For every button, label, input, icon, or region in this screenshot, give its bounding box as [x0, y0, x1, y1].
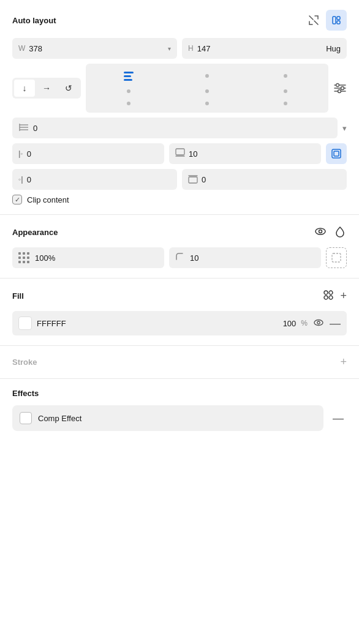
effects-footer: Comp Effect — — [12, 405, 347, 431]
fill-remove-btn[interactable]: — — [330, 317, 341, 330]
align-dot-6 — [127, 102, 130, 105]
fill-section: Fill + FFFFFF 100 % — — [0, 279, 359, 346]
corner-radius-icon — [175, 252, 185, 264]
auto-layout-title: Auto layout — [12, 16, 56, 25]
effect-checkbox-0[interactable] — [20, 412, 32, 424]
width-label: W — [18, 44, 25, 53]
compress-icon[interactable] — [305, 12, 322, 29]
g1 — [18, 252, 21, 255]
svg-point-22 — [324, 291, 328, 294]
align-dot-2 — [284, 74, 287, 78]
height-hug: Hug — [326, 44, 341, 53]
stroke-section: Stroke + — [0, 346, 359, 379]
padding-indiv-btn[interactable] — [326, 143, 347, 164]
alignment-grid[interactable] — [86, 64, 328, 113]
g7 — [18, 261, 21, 263]
align-dot-4 — [205, 89, 209, 93]
eye-icon[interactable] — [314, 225, 327, 240]
height-field[interactable]: H 147 Hug — [182, 38, 347, 59]
svg-rect-1 — [337, 17, 340, 20]
align-dot-8 — [284, 102, 287, 105]
appearance-section: Appearance — [0, 215, 359, 279]
padding-right-field[interactable]: ◦| 0 — [12, 169, 177, 190]
spacing-between-field[interactable]: 0 — [12, 118, 338, 138]
align-dot-3 — [127, 89, 130, 93]
stroke-add-btn[interactable]: + — [340, 356, 347, 369]
sliders-icon[interactable] — [333, 81, 347, 95]
align-line-1 — [124, 72, 134, 73]
padding-top-icon — [188, 174, 198, 185]
fill-color-swatch[interactable] — [18, 316, 32, 330]
padding-left-field[interactable]: |◦ 0 — [12, 143, 164, 164]
clip-content-checkmark: ✓ — [15, 196, 20, 204]
clip-content-row: ✓ Clip content — [12, 195, 347, 204]
svg-rect-18 — [189, 177, 197, 183]
clip-mask-btn[interactable] — [326, 247, 347, 268]
direction-down-btn[interactable]: ↓ — [14, 80, 35, 97]
width-field[interactable]: W 378 ▾ — [12, 38, 177, 59]
spacing-between-icon — [18, 122, 29, 135]
drop-icon[interactable] — [333, 225, 347, 240]
opacity-value: 100% — [35, 253, 55, 263]
wh-row: W 378 ▾ H 147 Hug — [12, 38, 347, 59]
g6 — [27, 256, 29, 259]
svg-rect-21 — [332, 253, 341, 262]
svg-point-20 — [319, 230, 322, 233]
height-value: 147 — [197, 44, 322, 53]
clip-content-checkbox[interactable]: ✓ — [12, 195, 22, 204]
opacity-grid-icon — [18, 252, 30, 264]
clip-content-label: Clip content — [27, 195, 69, 204]
align-lines — [124, 72, 134, 81]
svg-rect-13 — [176, 149, 184, 155]
svg-rect-15 — [332, 149, 341, 158]
fill-title: Fill — [12, 291, 24, 301]
direction-wrap-btn[interactable]: ↺ — [58, 80, 79, 97]
align-line-2 — [124, 75, 131, 77]
corner-radius-field[interactable]: 10 — [169, 247, 321, 268]
fill-row: FFFFFF 100 % — — [12, 311, 347, 335]
appearance-fields-row: 100% 10 — [12, 247, 347, 268]
fill-hex-value[interactable]: FFFFFF — [37, 319, 278, 328]
direction-alignment-row: ↓ → ↺ — [12, 64, 347, 113]
svg-rect-2 — [337, 21, 340, 24]
opacity-field[interactable]: 100% — [12, 247, 164, 268]
g2 — [23, 252, 25, 255]
align-dot-1 — [205, 74, 209, 78]
width-chevron: ▾ — [168, 45, 171, 52]
svg-point-8 — [338, 90, 341, 93]
padding-bottom-field[interactable]: 10 — [169, 143, 321, 164]
appearance-icons — [314, 225, 347, 240]
effects-title: Effects — [12, 389, 39, 398]
fill-visibility-icon[interactable] — [312, 316, 325, 331]
svg-point-19 — [316, 228, 325, 234]
appearance-title: Appearance — [12, 228, 58, 237]
padding-right-icon: ◦| — [18, 175, 23, 184]
layout-toggle-icon[interactable] — [326, 10, 347, 31]
header-icons — [305, 10, 347, 31]
padding-bottom-value: 10 — [189, 149, 197, 159]
effect-remove-btn[interactable]: — — [330, 410, 347, 427]
spacing-chevron[interactable]: ▾ — [342, 124, 347, 133]
align-dot-7 — [205, 102, 209, 105]
padding-top-value: 0 — [202, 175, 206, 184]
svg-point-4 — [336, 84, 339, 87]
svg-point-26 — [314, 320, 323, 325]
fill-opacity-value[interactable]: 100 — [283, 319, 297, 328]
height-label: H — [188, 44, 194, 53]
svg-point-24 — [324, 296, 328, 299]
padding-top-field[interactable]: 0 — [182, 169, 347, 190]
fill-add-btn[interactable]: + — [340, 290, 347, 302]
direction-right-btn[interactable]: → — [36, 80, 57, 97]
width-value: 378 — [29, 44, 164, 53]
fill-style-icon[interactable] — [322, 288, 335, 304]
auto-layout-header: Auto layout — [12, 10, 347, 31]
effects-section: Effects Comp Effect — — [0, 379, 359, 441]
spacing-between-row: 0 ▾ — [12, 118, 347, 138]
effect-item-0: Comp Effect — [12, 405, 323, 431]
padding-v-row: ◦| 0 0 — [12, 169, 347, 190]
auto-layout-section: Auto layout W 378 ▾ H 147 — [0, 0, 359, 215]
fill-percent-label: % — [301, 319, 308, 328]
padding-bottom-icon — [175, 148, 185, 159]
fill-header-icons: + — [322, 288, 347, 304]
stroke-row: Stroke + — [12, 356, 347, 369]
